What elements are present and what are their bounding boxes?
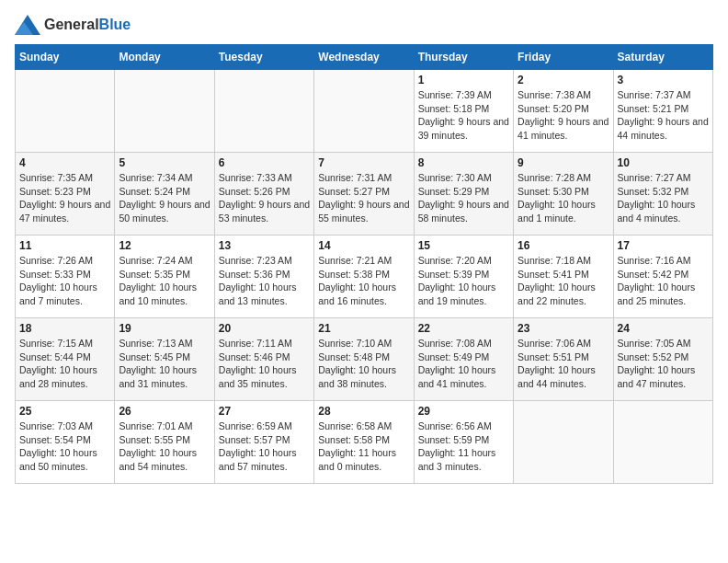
day-info: Sunrise: 7:08 AM Sunset: 5:49 PM Dayligh… [418,337,509,391]
day-number: 6 [219,156,310,169]
day-number: 7 [318,156,409,169]
day-number: 27 [219,405,310,418]
calendar-cell: 27Sunrise: 6:59 AM Sunset: 5:57 PM Dayli… [214,401,313,484]
day-number: 4 [19,156,110,169]
weekday-header: Monday [115,45,214,70]
calendar-cell: 23Sunrise: 7:06 AM Sunset: 5:51 PM Dayli… [514,318,613,401]
day-number: 1 [418,74,509,86]
calendar-cell [214,70,313,153]
calendar-cell: 10Sunrise: 7:27 AM Sunset: 5:32 PM Dayli… [613,153,712,236]
day-info: Sunrise: 7:11 AM Sunset: 5:46 PM Dayligh… [219,337,310,391]
day-number: 20 [219,322,310,335]
day-number: 15 [418,239,509,252]
day-number: 19 [119,322,210,335]
calendar-week-row: 25Sunrise: 7:03 AM Sunset: 5:54 PM Dayli… [16,401,713,484]
calendar-cell: 8Sunrise: 7:30 AM Sunset: 5:29 PM Daylig… [414,153,513,236]
calendar-cell: 17Sunrise: 7:16 AM Sunset: 5:42 PM Dayli… [613,236,712,318]
day-info: Sunrise: 6:59 AM Sunset: 5:57 PM Dayligh… [219,419,310,474]
logo-blue: Blue [99,17,131,32]
day-info: Sunrise: 7:03 AM Sunset: 5:54 PM Dayligh… [19,419,110,474]
day-number: 29 [418,405,509,418]
calendar-cell: 28Sunrise: 6:58 AM Sunset: 5:58 PM Dayli… [314,401,414,484]
day-number: 18 [19,322,110,335]
logo-general: General [44,17,99,32]
day-info: Sunrise: 7:37 AM Sunset: 5:21 PM Dayligh… [618,88,709,143]
day-number: 26 [119,405,210,418]
day-info: Sunrise: 7:35 AM Sunset: 5:23 PM Dayligh… [19,171,110,225]
calendar-cell: 3Sunrise: 7:37 AM Sunset: 5:21 PM Daylig… [613,70,712,153]
calendar-cell: 1Sunrise: 7:39 AM Sunset: 5:18 PM Daylig… [414,70,513,153]
calendar-cell [115,70,214,153]
weekday-header: Thursday [414,45,513,70]
day-number: 10 [618,156,709,169]
weekday-header: Tuesday [214,45,313,70]
day-info: Sunrise: 7:06 AM Sunset: 5:51 PM Dayligh… [518,337,609,391]
day-info: Sunrise: 7:28 AM Sunset: 5:30 PM Dayligh… [518,171,609,225]
day-info: Sunrise: 7:16 AM Sunset: 5:42 PM Dayligh… [618,254,709,308]
day-number: 23 [518,322,609,335]
calendar-cell [613,401,712,484]
calendar-cell: 20Sunrise: 7:11 AM Sunset: 5:46 PM Dayli… [214,318,313,401]
day-number: 25 [19,405,110,418]
calendar-cell [314,70,414,153]
weekday-header: Wednesday [314,45,414,70]
day-info: Sunrise: 7:27 AM Sunset: 5:32 PM Dayligh… [618,171,709,225]
day-info: Sunrise: 7:24 AM Sunset: 5:35 PM Dayligh… [119,254,210,308]
calendar-cell: 16Sunrise: 7:18 AM Sunset: 5:41 PM Dayli… [514,236,613,318]
day-number: 5 [119,156,210,169]
day-info: Sunrise: 7:23 AM Sunset: 5:36 PM Dayligh… [219,254,310,308]
calendar-cell: 15Sunrise: 7:20 AM Sunset: 5:39 PM Dayli… [414,236,513,318]
calendar-cell [16,70,115,153]
day-info: Sunrise: 6:56 AM Sunset: 5:59 PM Dayligh… [418,419,509,474]
calendar-cell: 22Sunrise: 7:08 AM Sunset: 5:49 PM Dayli… [414,318,513,401]
logo-icon [15,15,40,35]
day-number: 3 [618,74,709,86]
calendar-cell: 19Sunrise: 7:13 AM Sunset: 5:45 PM Dayli… [115,318,214,401]
day-info: Sunrise: 6:58 AM Sunset: 5:58 PM Dayligh… [318,419,409,474]
day-number: 24 [618,322,709,335]
weekday-header: Sunday [16,45,115,70]
calendar-cell: 13Sunrise: 7:23 AM Sunset: 5:36 PM Dayli… [214,236,313,318]
calendar-cell: 2Sunrise: 7:38 AM Sunset: 5:20 PM Daylig… [514,70,613,153]
calendar-cell: 26Sunrise: 7:01 AM Sunset: 5:55 PM Dayli… [115,401,214,484]
day-info: Sunrise: 7:38 AM Sunset: 5:20 PM Dayligh… [518,88,609,143]
calendar-cell: 14Sunrise: 7:21 AM Sunset: 5:38 PM Dayli… [314,236,414,318]
calendar-cell: 7Sunrise: 7:31 AM Sunset: 5:27 PM Daylig… [314,153,414,236]
day-info: Sunrise: 7:10 AM Sunset: 5:48 PM Dayligh… [318,337,409,391]
day-info: Sunrise: 7:21 AM Sunset: 5:38 PM Dayligh… [318,254,409,308]
day-number: 12 [119,239,210,252]
calendar-cell: 29Sunrise: 6:56 AM Sunset: 5:59 PM Dayli… [414,401,513,484]
calendar-cell: 21Sunrise: 7:10 AM Sunset: 5:48 PM Dayli… [314,318,414,401]
day-number: 9 [518,156,609,169]
header: GeneralBlue [15,15,713,35]
calendar-cell: 25Sunrise: 7:03 AM Sunset: 5:54 PM Dayli… [16,401,115,484]
calendar-table: SundayMondayTuesdayWednesdayThursdayFrid… [15,44,713,484]
calendar-week-row: 4Sunrise: 7:35 AM Sunset: 5:23 PM Daylig… [16,153,713,236]
day-info: Sunrise: 7:01 AM Sunset: 5:55 PM Dayligh… [119,419,210,474]
day-number: 11 [19,239,110,252]
calendar-cell: 4Sunrise: 7:35 AM Sunset: 5:23 PM Daylig… [16,153,115,236]
day-number: 13 [219,239,310,252]
calendar-cell [514,401,613,484]
day-info: Sunrise: 7:13 AM Sunset: 5:45 PM Dayligh… [119,337,210,391]
day-info: Sunrise: 7:31 AM Sunset: 5:27 PM Dayligh… [318,171,409,225]
calendar-cell: 24Sunrise: 7:05 AM Sunset: 5:52 PM Dayli… [613,318,712,401]
day-number: 8 [418,156,509,169]
calendar-week-row: 18Sunrise: 7:15 AM Sunset: 5:44 PM Dayli… [16,318,713,401]
weekday-header-row: SundayMondayTuesdayWednesdayThursdayFrid… [16,45,713,70]
calendar-cell: 5Sunrise: 7:34 AM Sunset: 5:24 PM Daylig… [115,153,214,236]
calendar-week-row: 1Sunrise: 7:39 AM Sunset: 5:18 PM Daylig… [16,70,713,153]
day-info: Sunrise: 7:15 AM Sunset: 5:44 PM Dayligh… [19,337,110,391]
day-number: 17 [618,239,709,252]
calendar-cell: 9Sunrise: 7:28 AM Sunset: 5:30 PM Daylig… [514,153,613,236]
day-info: Sunrise: 7:26 AM Sunset: 5:33 PM Dayligh… [19,254,110,308]
day-info: Sunrise: 7:20 AM Sunset: 5:39 PM Dayligh… [418,254,509,308]
day-number: 16 [518,239,609,252]
calendar-cell: 11Sunrise: 7:26 AM Sunset: 5:33 PM Dayli… [16,236,115,318]
day-number: 2 [518,74,609,86]
calendar-cell: 12Sunrise: 7:24 AM Sunset: 5:35 PM Dayli… [115,236,214,318]
logo: GeneralBlue [15,15,131,35]
day-info: Sunrise: 7:39 AM Sunset: 5:18 PM Dayligh… [418,88,509,143]
day-info: Sunrise: 7:30 AM Sunset: 5:29 PM Dayligh… [418,171,509,225]
calendar-week-row: 11Sunrise: 7:26 AM Sunset: 5:33 PM Dayli… [16,236,713,318]
